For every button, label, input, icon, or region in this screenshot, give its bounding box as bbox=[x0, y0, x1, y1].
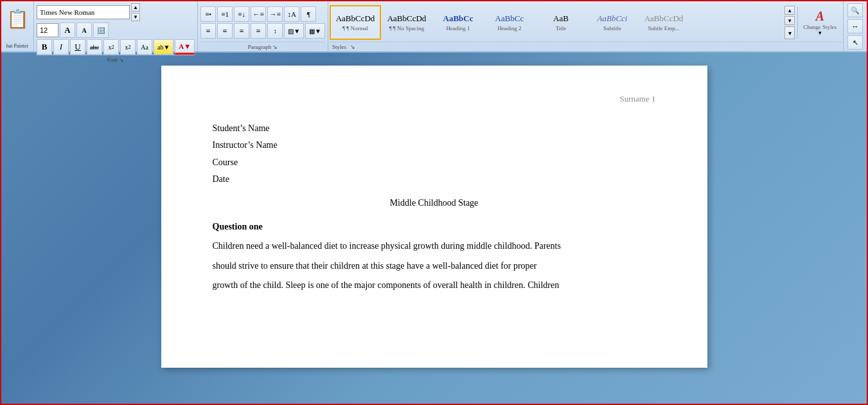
paragraph-group: ≡• ≡1 ≡↓ ←≡ →≡ ↕A ¶ ≡ ≡ ≡ ≡ ↕ ▨▼ ▦▼ bbox=[198, 1, 328, 51]
bullet-list-button[interactable]: ≡• bbox=[200, 6, 216, 22]
style-h2-preview: AaBbCc bbox=[495, 14, 524, 24]
font-size-arrows: ▲ ▼ bbox=[131, 3, 140, 21]
student-name-line: Student’s Name bbox=[213, 120, 656, 138]
style-subtitle-preview: AaBbCci bbox=[598, 14, 628, 24]
hat-painter-button[interactable]: hat Painter bbox=[6, 43, 28, 49]
multilevel-list-button[interactable]: ≡↓ bbox=[234, 6, 249, 22]
style-normal[interactable]: AaBbCcDd ¶¶ Normal bbox=[330, 5, 381, 40]
find-button[interactable]: 🔍 bbox=[847, 3, 863, 17]
change-styles-label: Change Styles bbox=[803, 24, 837, 31]
document-title: Middle Childhood Stage bbox=[213, 195, 656, 212]
question-heading: Question one bbox=[213, 219, 656, 236]
style-no-spacing[interactable]: AaBbCcDd ¶¶ No Spacing bbox=[381, 5, 432, 40]
paragraph-3: growth of the child. Sleep is one of the… bbox=[213, 277, 656, 294]
clipboard-section: 📋 hat Painter bbox=[1, 1, 34, 51]
style-subtitle-label: Subtitle bbox=[603, 25, 621, 32]
style-subtitle[interactable]: AaBbCci Subtitle bbox=[587, 5, 638, 40]
decrease-indent-button[interactable]: ←≡ bbox=[251, 6, 266, 22]
change-styles-button[interactable]: A Change Styles ▼ bbox=[797, 6, 842, 39]
document-area: Surname 1 Student’s Name Instructor’s Na… bbox=[1, 53, 867, 404]
show-formatting-button[interactable]: ¶ bbox=[301, 6, 316, 22]
styles-scroll-arrows: ▲ ▼ ▾ bbox=[783, 4, 796, 40]
style-heading2[interactable]: AaBbCc Heading 2 bbox=[484, 5, 535, 40]
replace-button[interactable]: ↔ bbox=[847, 19, 863, 33]
style-h2-label: Heading 2 bbox=[497, 25, 521, 32]
date-line: Date bbox=[213, 171, 656, 188]
para-row1: ≡• ≡1 ≡↓ ←≡ →≡ ↕A ¶ bbox=[200, 6, 325, 22]
style-subtle-emphasis[interactable]: AaBbCcDd Subtle Emp... bbox=[638, 5, 689, 40]
align-left-button[interactable]: ≡ bbox=[200, 23, 216, 39]
style-h1-label: Heading 1 bbox=[446, 25, 470, 32]
font-size-down-button[interactable]: A bbox=[76, 22, 92, 38]
justify-button[interactable]: ≡ bbox=[251, 23, 266, 39]
font-name-row: ▲ ▼ bbox=[37, 3, 195, 21]
paragraph-group-expand-icon[interactable]: ↘ bbox=[272, 44, 278, 50]
change-styles-arrow: ▼ bbox=[817, 30, 822, 36]
styles-group: AaBbCcDd ¶¶ Normal AaBbCcDd ¶¶ No Spacin… bbox=[328, 1, 844, 51]
styles-controls: AaBbCcDd ¶¶ Normal AaBbCcDd ¶¶ No Spacin… bbox=[330, 3, 842, 42]
change-styles-icon: A bbox=[815, 9, 824, 24]
font-grow-button[interactable]: ▲ bbox=[131, 3, 140, 12]
style-subtle-preview: AaBbCcDd bbox=[644, 14, 684, 24]
style-heading1[interactable]: AaBbCc Heading 1 bbox=[432, 5, 484, 40]
font-size-up-button[interactable]: A bbox=[60, 22, 75, 38]
paragraph-2: should strive to ensure that their child… bbox=[213, 258, 656, 275]
instructor-name-line: Instructor’s Name bbox=[213, 137, 656, 154]
styles-more-button[interactable]: ▾ bbox=[784, 26, 795, 39]
font-group: ▲ ▼ A A 🔠 B I U abc x2 x2 bbox=[34, 1, 198, 51]
line-spacing-button[interactable]: ↕ bbox=[267, 23, 283, 39]
style-title[interactable]: AaB Title bbox=[535, 5, 587, 40]
select-button[interactable]: ↖ bbox=[847, 35, 863, 50]
paste-button[interactable]: 📋 bbox=[5, 4, 30, 33]
page-header: Surname 1 bbox=[213, 91, 656, 107]
shading-button[interactable]: ▨▼ bbox=[284, 23, 304, 39]
style-nospace-label: ¶¶ No Spacing bbox=[389, 25, 425, 32]
paragraph-1: Children need a well-balanced diet to in… bbox=[213, 238, 656, 255]
font-name-col: ▲ ▼ A A 🔠 B I U abc x2 x2 bbox=[37, 3, 195, 55]
styles-list: AaBbCcDd ¶¶ Normal AaBbCcDd ¶¶ No Spacin… bbox=[330, 5, 782, 40]
numbered-list-button[interactable]: ≡1 bbox=[217, 6, 233, 22]
styles-scroll-down-button[interactable]: ▼ bbox=[784, 16, 795, 25]
paragraph-group-label: Paragraph ↘ bbox=[200, 42, 325, 51]
font-size-input[interactable] bbox=[37, 23, 58, 37]
style-normal-preview: AaBbCcDd bbox=[336, 14, 375, 24]
style-h1-preview: AaBbCc bbox=[443, 14, 474, 24]
right-tools: 🔍 ↔ ↖ bbox=[844, 1, 867, 51]
align-right-button[interactable]: ≡ bbox=[234, 23, 249, 39]
document-body: Student’s Name Instructor’s Name Course … bbox=[213, 120, 656, 294]
sort-button[interactable]: ↕A bbox=[284, 6, 299, 22]
document-page: Surname 1 Student’s Name Instructor’s Na… bbox=[161, 66, 707, 368]
font-controls-top: ▲ ▼ A A 🔠 B I U abc x2 x2 bbox=[37, 3, 195, 55]
para-row2: ≡ ≡ ≡ ≡ ↕ ▨▼ ▦▼ bbox=[200, 23, 325, 39]
increase-indent-button[interactable]: →≡ bbox=[267, 6, 283, 22]
ribbon: 📋 hat Painter ▲ ▼ A A 🔠 bbox=[1, 1, 867, 53]
style-nospace-preview: AaBbCcDd bbox=[387, 14, 427, 24]
borders-button[interactable]: ▦▼ bbox=[305, 23, 325, 39]
style-subtle-label: Subtle Emp... bbox=[648, 25, 680, 32]
paste-icon: 📋 bbox=[6, 8, 29, 30]
font-shrink-button[interactable]: ▼ bbox=[131, 13, 140, 21]
align-center-button[interactable]: ≡ bbox=[217, 23, 233, 39]
font-name-input[interactable] bbox=[37, 5, 130, 19]
styles-scroll-up-button[interactable]: ▲ bbox=[784, 6, 795, 15]
paragraph-controls: ≡• ≡1 ≡↓ ←≡ →≡ ↕A ¶ ≡ ≡ ≡ ≡ ↕ ▨▼ ▦▼ bbox=[200, 3, 325, 42]
styles-group-expand-icon[interactable]: ↘ bbox=[350, 44, 355, 50]
style-normal-label: ¶¶ Normal bbox=[342, 25, 368, 32]
style-title-label: Title bbox=[556, 25, 567, 32]
font-size-row: A A 🔠 bbox=[37, 22, 195, 38]
para-col: ≡• ≡1 ≡↓ ←≡ →≡ ↕A ¶ ≡ ≡ ≡ ≡ ↕ ▨▼ ▦▼ bbox=[200, 6, 325, 39]
styles-group-label: Styles ↘ bbox=[330, 42, 842, 51]
style-title-preview: AaB bbox=[553, 14, 569, 24]
clear-format-button[interactable]: 🔠 bbox=[93, 22, 109, 38]
course-line: Course bbox=[213, 154, 656, 172]
